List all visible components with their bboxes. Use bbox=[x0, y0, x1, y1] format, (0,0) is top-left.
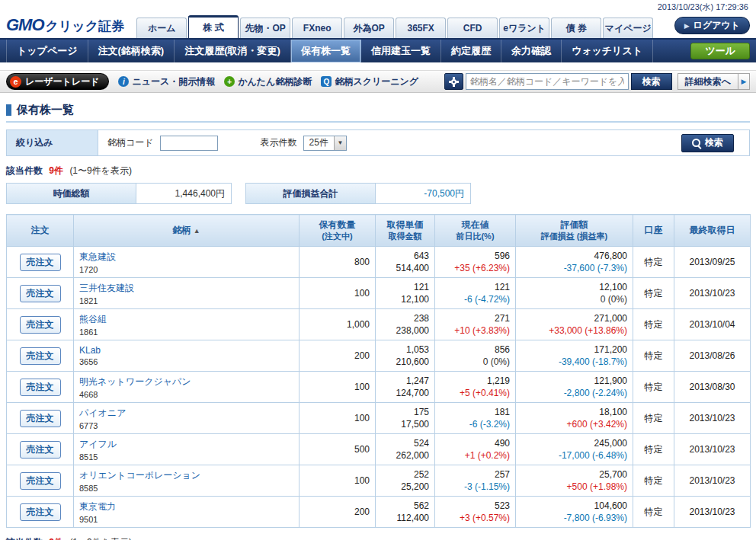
holdings-table: 注文銘柄 ▲保有数量(注文中)取得単価取得金額現在値前日比(%)評価額評価損益 … bbox=[6, 214, 751, 528]
account-type: 特定 bbox=[633, 403, 674, 434]
nav-item-order[interactable]: 注文(銘柄検索) bbox=[88, 40, 175, 62]
sell-order-button[interactable]: 売注文 bbox=[20, 316, 61, 334]
tab-home[interactable]: ホーム bbox=[136, 18, 187, 38]
valuation-amount: 12,100 bbox=[521, 281, 627, 293]
diagnosis-label: かんたん銘柄診断 bbox=[238, 75, 312, 88]
col-header-order: 注文 bbox=[7, 215, 74, 247]
code-filter-input[interactable] bbox=[160, 136, 218, 151]
tool-button[interactable]: ツール bbox=[690, 43, 750, 59]
nav-item-margin-positions[interactable]: 信用建玉一覧 bbox=[361, 40, 441, 62]
tab-bond[interactable]: 債 券 bbox=[551, 18, 601, 38]
nav-item-holdings[interactable]: 保有株一覧 bbox=[291, 40, 361, 62]
tab-gaitame-op[interactable]: 外為OP bbox=[344, 18, 394, 38]
sort-asc-icon: ▲ bbox=[194, 227, 200, 235]
valuation-amount: 121,900 bbox=[521, 375, 627, 387]
valuation-amount: 171,200 bbox=[521, 343, 627, 356]
sell-order-button[interactable]: 売注文 bbox=[20, 254, 61, 271]
stock-name-link[interactable]: オリエントコーポレーション bbox=[79, 470, 200, 481]
acquisition-amount: 112,400 bbox=[381, 512, 429, 524]
nav-item-watchlist[interactable]: ウォッチリスト bbox=[562, 40, 653, 62]
stock-name-link[interactable]: 熊谷組 bbox=[79, 314, 107, 324]
stock-name-link[interactable]: パイオニア bbox=[79, 407, 126, 418]
symbol-search-button[interactable]: 検索 bbox=[631, 73, 672, 90]
valuation-amount: 476,800 bbox=[521, 250, 627, 262]
search-settings-button[interactable] bbox=[444, 73, 463, 90]
advanced-search-arrow-icon[interactable]: ▶ bbox=[738, 73, 750, 90]
sell-order-button[interactable]: 売注文 bbox=[20, 379, 61, 396]
acquired-date: 2013/08/26 bbox=[674, 340, 751, 372]
nav-item-buying-power[interactable]: 余力確認 bbox=[501, 40, 562, 62]
page-title: 保有株一覧 bbox=[17, 103, 74, 117]
screening-link[interactable]: Q 銘柄スクリーニング bbox=[321, 75, 418, 88]
gear-icon bbox=[449, 77, 459, 87]
content: 保有株一覧 絞り込み 銘柄コード 表示件数 25件 ▼ 検索 該当件数 9件 (… bbox=[0, 103, 756, 540]
quantity-cell: 100 bbox=[300, 465, 376, 497]
stock-name-link[interactable]: 東急建設 bbox=[79, 251, 116, 262]
sell-order-button[interactable]: 売注文 bbox=[20, 441, 61, 459]
acquisition-cell: 643514,400 bbox=[376, 247, 435, 278]
display-count-select[interactable]: 25件 ▼ bbox=[303, 136, 347, 151]
current-price: 257 bbox=[440, 468, 510, 481]
stock-name-link[interactable]: KLab bbox=[79, 345, 101, 356]
quantity-cell: 100 bbox=[300, 403, 376, 434]
pnl-amount: +600 (+3.42%) bbox=[521, 418, 627, 430]
acquisition-cell: 1,247124,700 bbox=[376, 372, 435, 403]
account-type: 特定 bbox=[633, 465, 674, 497]
symbol-search-input[interactable] bbox=[466, 73, 629, 90]
tab-fxneo[interactable]: FXneo bbox=[292, 18, 342, 38]
sell-order-button[interactable]: 売注文 bbox=[20, 503, 61, 521]
nav-item-executions[interactable]: 約定履歴 bbox=[441, 40, 501, 62]
brand-logo[interactable]: GMO クリック証券 bbox=[6, 15, 124, 35]
screening-label: 銘柄スクリーニング bbox=[335, 75, 418, 88]
tab-cfd[interactable]: CFD bbox=[447, 18, 498, 38]
quantity-cell: 100 bbox=[300, 372, 376, 403]
sell-order-button[interactable]: 売注文 bbox=[20, 410, 61, 427]
nav-item-order-history[interactable]: 注文履歴(取消・変更) bbox=[175, 40, 291, 62]
market-value-amount: 1,446,400円 bbox=[136, 184, 231, 203]
unit-price: 524 bbox=[381, 437, 429, 449]
pnl-total-box: 評価損益合計 -70,500円 bbox=[245, 183, 471, 204]
pnl-total-label: 評価損益合計 bbox=[246, 184, 376, 203]
col-header-symbol[interactable]: 銘柄 ▲ bbox=[74, 215, 300, 247]
valuation-amount: 245,000 bbox=[521, 437, 627, 449]
quantity-cell: 100 bbox=[300, 278, 376, 309]
holding-row: 売注文パイオニア677310017517,500181-6 (-3.2%)18,… bbox=[7, 403, 751, 434]
holdings-table-header: 注文銘柄 ▲保有数量(注文中)取得単価取得金額現在値前日比(%)評価額評価損益 … bbox=[7, 215, 751, 247]
laser-trade-icon: e bbox=[10, 76, 21, 88]
unit-price: 643 bbox=[381, 250, 429, 262]
col-header-current: 現在値前日比(%) bbox=[435, 215, 516, 247]
stock-name-link[interactable]: 三井住友建設 bbox=[79, 283, 134, 293]
holding-row: 売注文オリエントコーポレーション858510025225,200257-3 (-… bbox=[7, 465, 751, 497]
pnl-amount: -2,800 (-2.24%) bbox=[521, 387, 627, 399]
main-nav: トップページ注文(銘柄検索)注文履歴(取消・変更)保有株一覧信用建玉一覧約定履歴… bbox=[0, 40, 756, 62]
news-link[interactable]: i ニュース・開示情報 bbox=[118, 75, 215, 88]
current-cell: 596+35 (+6.23%) bbox=[435, 247, 516, 278]
day-change: -3 (-1.15%) bbox=[440, 481, 510, 493]
valuation-cell: 476,800-37,600 (-7.3%) bbox=[516, 247, 633, 278]
day-change: -6 (-4.72%) bbox=[440, 293, 510, 305]
stock-name-link[interactable]: アイフル bbox=[79, 439, 117, 449]
stock-name-link[interactable]: 東京電力 bbox=[79, 501, 116, 512]
logout-button[interactable]: ▶ ログアウト bbox=[674, 17, 750, 34]
col-header-date: 最終取得日 bbox=[674, 215, 751, 247]
advanced-search-button[interactable]: 詳細検索へ bbox=[678, 73, 738, 90]
nav-item-toppage[interactable]: トップページ bbox=[6, 40, 88, 62]
current-cell: 490+1 (+0.2%) bbox=[435, 434, 516, 465]
tab-365fx[interactable]: 365FX bbox=[396, 18, 446, 38]
sell-order-button[interactable]: 売注文 bbox=[20, 285, 61, 302]
tab-stock[interactable]: 株 式 bbox=[188, 15, 239, 38]
diagnosis-link[interactable]: + かんたん銘柄診断 bbox=[224, 75, 312, 88]
sell-order-button[interactable]: 売注文 bbox=[20, 472, 61, 490]
valuation-cell: 104,600-7,800 (-6.93%) bbox=[516, 497, 633, 528]
stock-code: 1821 bbox=[79, 296, 293, 305]
stock-name-link[interactable]: 明光ネットワークジャパン bbox=[79, 376, 191, 387]
tab-futures-op[interactable]: 先物・OP bbox=[240, 18, 290, 38]
unit-price: 121 bbox=[381, 281, 429, 293]
sell-order-button[interactable]: 売注文 bbox=[20, 347, 61, 365]
holdings-tbody: 売注文東急建設1720800643514,400596+35 (+6.23%)4… bbox=[7, 247, 751, 528]
laser-trade-button[interactable]: e レーザートレード bbox=[6, 73, 109, 90]
filter-search-button[interactable]: 検索 bbox=[681, 134, 734, 152]
tab-mypage[interactable]: マイページ bbox=[603, 18, 653, 38]
valuation-cell: 171,200-39,400 (-18.7%) bbox=[516, 340, 633, 372]
tab-ewarrant[interactable]: eワラント bbox=[499, 18, 549, 38]
